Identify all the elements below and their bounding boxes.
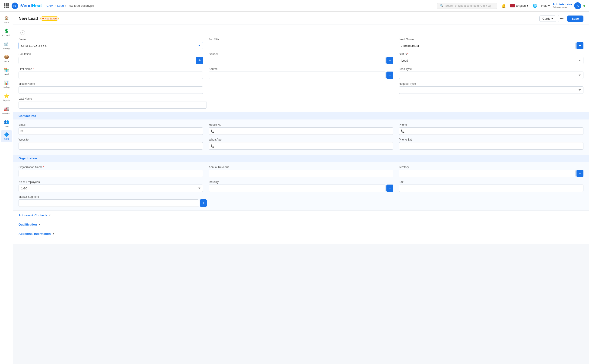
breadcrumb-sep-1: › bbox=[55, 4, 56, 7]
app-logo[interactable]: iV iVendNext bbox=[12, 3, 42, 9]
address-contacts-header[interactable]: Address & Contacts ▾ bbox=[13, 211, 589, 220]
organization-section: Organization Name* Annual Revenue Territ… bbox=[13, 162, 589, 210]
flag-icon bbox=[510, 4, 515, 7]
territory-label: Territory bbox=[399, 166, 583, 169]
address-contacts-section: Address & Contacts ▾ bbox=[13, 210, 589, 220]
phone-ext-input[interactable] bbox=[399, 142, 583, 150]
market-segment-add-button[interactable]: + bbox=[200, 199, 207, 207]
breadcrumb-crm[interactable]: CRM bbox=[47, 4, 54, 7]
industry-add-button[interactable]: + bbox=[386, 185, 393, 192]
sidebar-item-manufac[interactable]: 🏭 Manufac... bbox=[1, 104, 12, 116]
salutation-add-button[interactable]: + bbox=[196, 57, 203, 64]
save-button[interactable]: Save bbox=[567, 15, 583, 22]
admin-btn[interactable]: Administrator Administrator A bbox=[553, 2, 585, 9]
notifications-icon[interactable]: 🔔 bbox=[500, 2, 507, 9]
sidebar-item-loyalty[interactable]: ⭐ Loyalty bbox=[1, 91, 12, 103]
fax-input[interactable] bbox=[399, 185, 583, 192]
qualification-section: Qualification ▾ bbox=[13, 220, 589, 229]
sidebar-item-accounts[interactable]: 💲 Accounti... bbox=[1, 26, 12, 39]
cards-button[interactable]: Cards ▾ bbox=[539, 15, 556, 22]
lead-type-select[interactable] bbox=[399, 72, 583, 79]
qualification-header[interactable]: Qualification ▾ bbox=[13, 220, 589, 229]
form-area: › Series CRM-LEAD-.YYYY.- Job Title Lead… bbox=[13, 25, 589, 244]
sidebar-item-selling[interactable]: 📊 Selling bbox=[1, 78, 12, 90]
territory-input-group: + bbox=[399, 170, 583, 177]
request-type-select[interactable] bbox=[399, 86, 583, 94]
annual-revenue-input[interactable] bbox=[209, 170, 393, 177]
sidebar-item-users[interactable]: 👥 Users bbox=[1, 117, 12, 129]
market-segment-input[interactable] bbox=[19, 199, 199, 207]
collapse-toggle[interactable]: › bbox=[20, 30, 25, 35]
gender-input[interactable] bbox=[209, 57, 385, 64]
sidebar-item-stock[interactable]: 📦 Stock bbox=[1, 52, 12, 64]
search-icon: 🔍 bbox=[440, 4, 443, 7]
phone-ext-label: Phone Ext. bbox=[399, 138, 583, 141]
sidebar-item-retail[interactable]: 🏪 Retail bbox=[1, 65, 12, 77]
contact-info-label: Contact Info bbox=[19, 114, 36, 118]
first-name-label: First Name* bbox=[19, 67, 203, 71]
website-label: Website bbox=[19, 138, 203, 141]
breadcrumb-lead[interactable]: Lead bbox=[57, 4, 64, 7]
email-field: Email ✉ bbox=[19, 123, 203, 135]
source-add-button[interactable]: + bbox=[386, 72, 393, 79]
lead-owner-add-button[interactable]: + bbox=[576, 42, 583, 49]
app-grid-icon[interactable] bbox=[4, 3, 9, 8]
salutation-input-group: + bbox=[19, 57, 203, 64]
whatsapp-input-wrap: 📞 bbox=[209, 142, 393, 150]
status-field: Status* Lead Open Replied Opportunity In… bbox=[399, 52, 583, 64]
industry-input[interactable] bbox=[209, 185, 385, 192]
series-select[interactable]: CRM-LEAD-.YYYY.- bbox=[19, 42, 203, 49]
sidebar-item-retail-label: Retail bbox=[4, 73, 9, 76]
source-input[interactable] bbox=[209, 72, 385, 79]
salutation-input[interactable] bbox=[19, 57, 195, 64]
globe-icon[interactable]: 🌐 bbox=[531, 2, 538, 9]
crm-icon: 🔷 bbox=[4, 132, 9, 137]
sidebar-item-accounts-label: Accounti... bbox=[1, 34, 11, 37]
help-btn[interactable]: Help ▾ bbox=[541, 4, 550, 7]
more-options-button[interactable]: ••• bbox=[558, 15, 565, 22]
status-select[interactable]: Lead Open Replied Opportunity Interested… bbox=[399, 57, 583, 64]
admin-info: Administrator Administrator bbox=[553, 3, 572, 9]
language-label: English bbox=[516, 4, 526, 7]
form-row-2: Salutation + Gender + Status* Lead bbox=[19, 52, 583, 64]
org-row-2: No of Employees 1-10 11-50 51-200 201-50… bbox=[19, 180, 583, 192]
page-title-area: New Lead Not Saved bbox=[19, 16, 59, 21]
breadcrumb: CRM › Lead › new-lead-cuijbhyjoz bbox=[47, 4, 94, 7]
middle-name-input[interactable] bbox=[19, 86, 203, 94]
no-employees-select[interactable]: 1-10 11-50 51-200 201-500 501-1000 1001+ bbox=[19, 185, 203, 192]
org-name-label: Organization Name* bbox=[19, 166, 203, 169]
lead-owner-input[interactable] bbox=[399, 42, 576, 49]
help-chevron-icon: ▾ bbox=[548, 4, 550, 7]
language-btn[interactable]: English ▾ bbox=[510, 4, 528, 7]
territory-add-button[interactable]: + bbox=[576, 170, 583, 177]
lead-owner-row: + bbox=[399, 42, 583, 49]
phone-input[interactable] bbox=[399, 127, 583, 135]
job-title-input[interactable] bbox=[209, 42, 393, 49]
sidebar-item-home[interactable]: 🏠 Home bbox=[1, 13, 12, 26]
whatsapp-input[interactable] bbox=[209, 142, 393, 150]
qualification-chevron-icon: ▾ bbox=[39, 223, 40, 226]
last-name-input[interactable] bbox=[19, 101, 207, 109]
website-input[interactable] bbox=[19, 142, 203, 150]
mobile-no-input[interactable] bbox=[209, 127, 393, 135]
first-name-input[interactable] bbox=[19, 72, 203, 79]
sidebar-item-crm-label: CRM bbox=[4, 138, 9, 140]
not-saved-label: Not Saved bbox=[45, 17, 57, 20]
additional-info-header[interactable]: Additional Information ▾ bbox=[13, 229, 589, 238]
org-name-input[interactable] bbox=[19, 170, 203, 177]
nav-right: 🔍 Search or type a command (Ctrl + G) 🔔 … bbox=[437, 2, 585, 9]
annual-revenue-field: Annual Revenue bbox=[209, 166, 393, 177]
admin-role: Administrator bbox=[553, 6, 572, 9]
market-segment-field: Market Segment + bbox=[19, 195, 207, 207]
email-icon: ✉ bbox=[20, 130, 23, 133]
selling-icon: 📊 bbox=[4, 80, 9, 85]
gender-add-button[interactable]: + bbox=[386, 57, 393, 64]
search-bar[interactable]: 🔍 Search or type a command (Ctrl + G) bbox=[437, 3, 497, 9]
sidebar-item-crm[interactable]: 🔷 CRM bbox=[1, 130, 12, 142]
sidebar-item-stock-label: Stock bbox=[4, 60, 9, 63]
page-header: New Lead Not Saved Cards ▾ ••• Save bbox=[13, 12, 589, 25]
email-input[interactable] bbox=[19, 127, 203, 135]
market-segment-row: Market Segment + bbox=[19, 195, 207, 207]
sidebar-item-buying[interactable]: 🛒 Buying bbox=[1, 39, 12, 52]
territory-input[interactable] bbox=[399, 170, 576, 177]
